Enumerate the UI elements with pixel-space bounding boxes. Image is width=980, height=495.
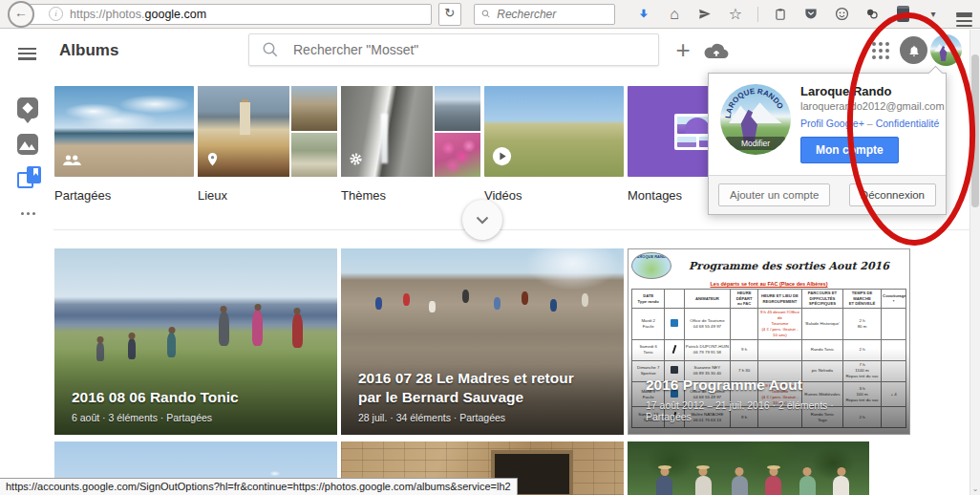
decor xyxy=(252,310,263,346)
circles-addon-icon[interactable] xyxy=(863,5,881,24)
decor xyxy=(494,297,501,310)
google-apps-grid-icon[interactable] xyxy=(872,42,889,59)
notifications-bell-icon[interactable] xyxy=(900,36,927,64)
account-links: Profil Google+–Confidentialité xyxy=(800,118,939,129)
more-dots-icon xyxy=(21,212,24,215)
album-info-overlay: 2016 08 06 Rando Tonic 6 août · 3 élémen… xyxy=(54,349,337,435)
scrollbar[interactable]: ⌄ xyxy=(969,30,980,495)
album-meta: 17 août 2012 – 21 juil. 2016 · 2 élément… xyxy=(646,399,877,422)
program-logo: LAROQUE RANDO xyxy=(631,252,671,279)
home-icon[interactable]: ⌂ xyxy=(666,5,683,24)
program-subtitle: Les départs se font au FAC (Place des Al… xyxy=(631,281,906,287)
url-text: https://photos.google.com xyxy=(70,8,206,21)
program-table-head-row: DATE Type randoANIMATEURHEURE DÉPART au … xyxy=(632,290,906,309)
downloads-icon[interactable] xyxy=(635,5,652,24)
video-addon-icon[interactable] xyxy=(894,5,911,24)
hamburger-menu-icon[interactable] xyxy=(18,45,36,63)
pocket-icon[interactable] xyxy=(802,5,820,24)
category-label: Partagées xyxy=(54,188,194,203)
album-info-overlay: 2016 07 28 Le Madres et retour par le Be… xyxy=(341,349,624,435)
category-card-videos[interactable]: Vidéos xyxy=(484,86,624,203)
photos-icon xyxy=(17,134,38,155)
category-photo[interactable] xyxy=(341,86,480,177)
album-card-partial[interactable] xyxy=(628,441,869,495)
decor xyxy=(198,86,289,177)
clipboard-icon[interactable] xyxy=(772,5,789,24)
album-title: 2016 Programme Aout xyxy=(646,376,877,395)
browser-search-field[interactable] xyxy=(474,4,615,25)
browser-search-input[interactable] xyxy=(495,7,607,22)
sidebar xyxy=(0,73,53,495)
decor xyxy=(833,476,849,495)
account-avatar[interactable] xyxy=(930,34,962,66)
sidebar-item-assistant[interactable] xyxy=(17,97,38,118)
upload-cloud-icon[interactable] xyxy=(703,41,730,65)
gear-icon xyxy=(349,152,363,170)
menu-icon[interactable] xyxy=(955,5,972,24)
decor xyxy=(656,476,672,495)
decor xyxy=(522,291,528,305)
category-photo[interactable] xyxy=(54,86,194,177)
google-plus-profile-link[interactable]: Profil Google+ xyxy=(800,118,864,129)
toolbar-overflow-caret[interactable]: ▾ xyxy=(925,5,942,24)
album-card[interactable]: LAROQUE RANDO Programme des sorties Aout… xyxy=(628,248,910,435)
photos-search-input[interactable] xyxy=(291,41,646,58)
account-info: Laroque Rando laroquerando2012@gmail.com… xyxy=(800,84,934,163)
account-dropdown-footer: Ajouter un compte Déconnexion xyxy=(709,175,946,214)
decor xyxy=(934,43,958,53)
decor xyxy=(375,297,382,310)
scrollbar-down-arrow[interactable]: ⌄ xyxy=(970,484,980,493)
site-info-icon[interactable]: i xyxy=(49,7,63,21)
decor xyxy=(435,86,480,131)
account-avatar-large[interactable]: LAROQUE RANDO Modifier xyxy=(720,84,791,155)
bookmark-star-icon[interactable]: ☆ xyxy=(727,5,744,24)
decor xyxy=(582,293,588,307)
my-account-button[interactable]: Mon compte xyxy=(800,137,899,163)
photos-search-box[interactable] xyxy=(248,33,659,66)
decor xyxy=(291,133,337,178)
back-button[interactable]: ← xyxy=(8,1,34,28)
decor xyxy=(435,133,480,178)
url-bar[interactable]: i https://photos.google.com xyxy=(29,4,432,25)
page-title: Albums xyxy=(59,41,118,60)
svg-text:LAROQUE RANDO: LAROQUE RANDO xyxy=(724,87,785,118)
sidebar-item-more[interactable] xyxy=(21,212,24,215)
links-separator: – xyxy=(867,118,873,129)
decor xyxy=(799,476,816,495)
category-card-places[interactable]: Lieux xyxy=(198,86,337,203)
decor xyxy=(429,301,436,312)
album-meta: 28 juil. · 34 éléments · Partagées xyxy=(358,412,591,423)
category-photo[interactable] xyxy=(484,86,624,177)
decor xyxy=(292,313,303,348)
play-icon xyxy=(492,146,512,170)
category-card-shared[interactable]: Partagées xyxy=(54,86,194,203)
album-card[interactable]: 2016 07 28 Le Madres et retour par le Be… xyxy=(341,248,624,435)
emoji-addon-icon[interactable] xyxy=(833,5,850,24)
toolbar-separator xyxy=(757,7,758,22)
decor xyxy=(219,312,229,346)
decor xyxy=(765,476,781,495)
category-photo[interactable] xyxy=(198,86,337,177)
decor xyxy=(550,299,557,312)
account-dropdown: LAROQUE RANDO Modifier Laroque Rando lar… xyxy=(708,73,947,215)
decor xyxy=(403,293,410,306)
people-icon xyxy=(62,153,82,170)
reload-button[interactable]: ↻ xyxy=(438,3,461,26)
privacy-link[interactable]: Confidentialité xyxy=(876,118,940,129)
create-plus-icon[interactable]: + xyxy=(671,35,694,64)
sidebar-item-albums[interactable] xyxy=(17,166,41,188)
search-icon xyxy=(262,41,279,58)
decor xyxy=(462,290,469,303)
add-account-button[interactable]: Ajouter un compte xyxy=(718,183,830,206)
program-title: Programme des sorties Aout 2016 xyxy=(671,260,906,272)
album-card[interactable]: 2016 08 06 Rando Tonic 6 août · 3 élémen… xyxy=(54,248,337,435)
place-pin-icon xyxy=(205,152,220,170)
avatar-edit-label[interactable]: Modifier xyxy=(726,137,785,150)
scrollbar-thumb[interactable] xyxy=(971,54,979,207)
expand-categories-button[interactable] xyxy=(462,200,502,240)
sidebar-item-photos[interactable] xyxy=(17,134,38,155)
signout-button[interactable]: Déconnexion xyxy=(849,183,936,206)
category-label: Vidéos xyxy=(484,188,624,203)
category-card-themes[interactable]: Thèmes xyxy=(341,86,480,203)
send-icon[interactable] xyxy=(696,5,714,24)
